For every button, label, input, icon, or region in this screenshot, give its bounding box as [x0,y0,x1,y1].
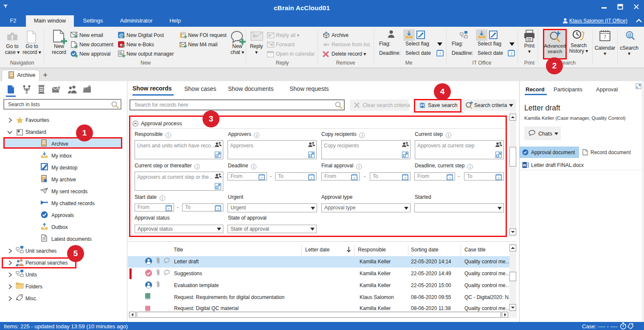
svg-text:7: 7 [439,52,441,56]
svg-text:W: W [523,163,526,167]
svg-text:@: @ [627,33,632,37]
svg-text:7: 7 [510,52,512,56]
svg-text:7: 7 [270,53,272,57]
svg-text:7: 7 [604,34,606,39]
